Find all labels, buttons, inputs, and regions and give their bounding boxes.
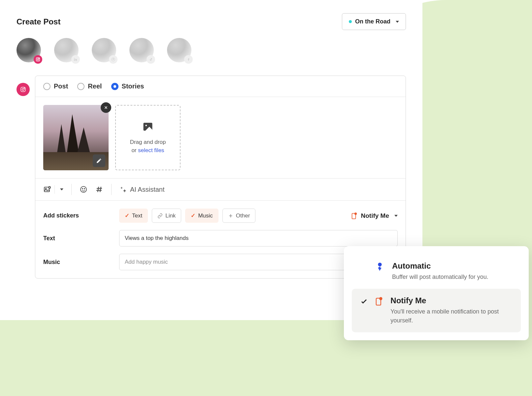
text-field-label: Text — [43, 235, 119, 242]
emoji-button[interactable] — [80, 185, 87, 193]
workspace-name: On the Road — [355, 18, 390, 25]
ai-assistant-button[interactable]: AI Assistant — [119, 186, 165, 193]
tab-stories[interactable]: Stories — [111, 82, 144, 90]
avatar-instagram[interactable] — [17, 38, 41, 62]
media-thumbnail[interactable] — [43, 105, 109, 170]
composer-toolbar: AI Assistant — [35, 178, 406, 200]
pinterest-icon — [109, 55, 117, 64]
check-icon: ✓ — [191, 212, 195, 219]
notify-icon — [350, 212, 358, 219]
post-type-tabs: Post Reel Stories — [35, 76, 406, 97]
ai-assistant-label: AI Assistant — [130, 186, 165, 193]
hashtag-button[interactable] — [95, 185, 103, 193]
svg-point-18 — [354, 212, 356, 214]
workspace-selector[interactable]: On the Road — [342, 13, 406, 30]
radio-icon — [43, 83, 50, 90]
chevron-down-icon — [394, 215, 398, 217]
sticker-music-chip[interactable]: ✓ Music — [185, 209, 218, 223]
svg-point-10 — [146, 125, 147, 126]
channel-instagram-pill[interactable] — [17, 83, 30, 96]
text-input[interactable] — [119, 230, 398, 247]
sticker-link-chip[interactable]: Link — [152, 209, 181, 223]
svg-point-2 — [39, 58, 39, 58]
instagram-icon — [34, 55, 42, 64]
radio-icon — [111, 83, 118, 90]
avatar-facebook[interactable] — [167, 38, 191, 62]
tab-reel[interactable]: Reel — [77, 82, 102, 90]
option-automatic-title: Automatic — [392, 261, 488, 271]
svg-point-16 — [84, 188, 85, 189]
check-icon: ✓ — [125, 212, 129, 219]
svg-point-8 — [24, 88, 25, 88]
facebook-icon — [184, 55, 193, 64]
tiktok-icon — [147, 55, 155, 64]
select-files-link[interactable]: select files — [138, 147, 164, 153]
radio-icon — [77, 83, 84, 90]
svg-point-7 — [22, 88, 24, 90]
page-title: Create Post — [17, 17, 60, 26]
notify-dropdown-trigger[interactable]: Notify Me — [350, 212, 398, 219]
stickers-label: Add stickers — [43, 212, 119, 219]
workspace-dot — [349, 20, 352, 23]
option-automatic-desc: Buffer will post automatically for you. — [392, 273, 488, 281]
edit-media-button[interactable] — [93, 154, 105, 167]
link-icon — [157, 213, 163, 218]
music-field-label: Music — [43, 259, 119, 266]
sticker-other-chip[interactable]: Other — [222, 209, 256, 223]
plus-icon — [228, 213, 233, 218]
svg-point-21 — [379, 297, 382, 300]
account-avatars-row — [17, 38, 406, 62]
media-area: Drag and drop or select files — [35, 97, 406, 178]
svg-point-1 — [37, 59, 39, 60]
avatar-tiktok[interactable] — [129, 38, 154, 62]
chevron-down-icon — [396, 21, 399, 23]
tab-reel-label: Reel — [88, 82, 102, 90]
check-icon — [360, 297, 368, 305]
sticker-text-chip[interactable]: ✓ Text — [119, 209, 148, 223]
avatar-pinterest[interactable] — [92, 38, 116, 62]
notify-icon — [374, 297, 383, 306]
tab-stories-label: Stories — [122, 82, 144, 90]
tab-post[interactable]: Post — [43, 82, 68, 90]
svg-point-4 — [74, 58, 75, 59]
option-automatic[interactable]: Automatic Buffer will post automatically… — [352, 254, 521, 289]
automatic-icon — [375, 262, 385, 272]
svg-rect-3 — [74, 59, 75, 61]
media-dropzone[interactable]: Drag and drop or select files — [115, 105, 181, 170]
image-icon — [142, 121, 154, 133]
avatar-linkedin[interactable] — [54, 38, 79, 62]
remove-media-button[interactable] — [101, 102, 111, 113]
svg-point-14 — [81, 186, 86, 192]
svg-point-15 — [82, 188, 83, 189]
tab-post-label: Post — [54, 82, 68, 90]
notify-dropdown-menu: Automatic Buffer will post automatically… — [344, 246, 529, 340]
dropzone-text: Drag and drop or select files — [130, 138, 166, 155]
option-notify-me[interactable]: Notify Me You'll receive a mobile notifi… — [352, 289, 521, 332]
linkedin-icon — [71, 55, 80, 64]
add-media-button[interactable] — [43, 185, 63, 194]
chevron-down-icon — [60, 188, 63, 190]
option-notify-desc: You'll receive a mobile notification to … — [390, 307, 513, 325]
option-notify-title: Notify Me — [390, 296, 513, 305]
